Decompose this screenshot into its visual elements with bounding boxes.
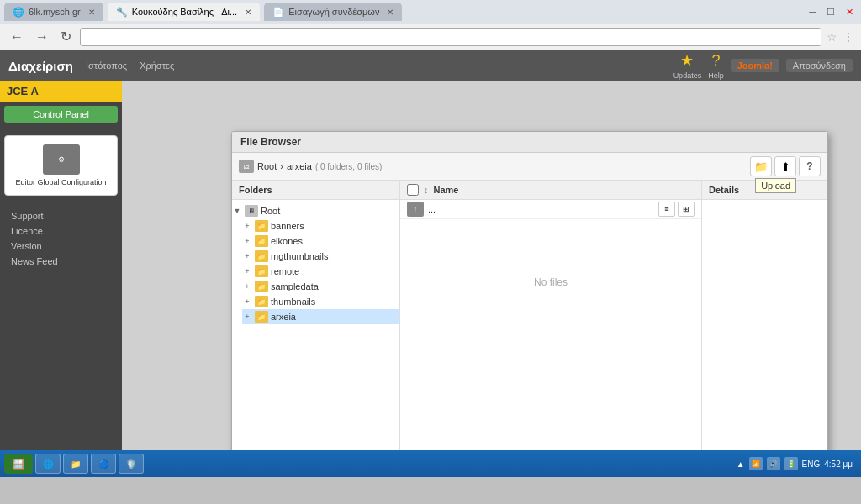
folders-panel: Folders ▼ 🖥 Root: [232, 181, 400, 477]
tab-favicon: 📄: [272, 7, 284, 18]
sidebar-newsfeed[interactable]: News Feed: [4, 254, 118, 269]
battery-icon: 🔋: [784, 457, 798, 470]
remote-label: remote: [271, 266, 299, 276]
tab-6lk[interactable]: 🌐 6lk.mysch.gr ✕: [4, 3, 103, 21]
joomla-nav: Ιστότοπος Χρήστες: [86, 60, 174, 71]
details-content: [702, 200, 827, 213]
folder-banners[interactable]: + 📁 banners: [242, 218, 399, 234]
dialog-body: Folders ▼ 🖥 Root: [232, 181, 827, 477]
taskbar-chrome[interactable]: 🔵: [91, 454, 116, 474]
minimize-btn[interactable]: ─: [806, 5, 819, 19]
folder-eikones[interactable]: + 📁 eikones: [242, 234, 399, 249]
sidebar-support[interactable]: Support: [4, 208, 118, 223]
joomla-header-right: ★ Updates ? Help Joomla! Αποσύνδεση: [673, 51, 853, 80]
folder-remote[interactable]: + 📁 remote: [242, 264, 399, 279]
bookmark-star[interactable]: ☆: [827, 30, 837, 44]
control-panel-btn[interactable]: Control Panel: [4, 106, 118, 123]
jce-config-icon[interactable]: ⚙: [43, 144, 80, 175]
tab-links[interactable]: 📄 Εισαγωγή συνδέσμων ✕: [264, 3, 402, 21]
toggle-icon: ▼: [232, 207, 242, 215]
sidebar-licence[interactable]: Licence: [4, 223, 118, 239]
files-name-header: Name: [434, 185, 459, 195]
tab-close-active-btn[interactable]: ✕: [245, 8, 251, 17]
root-label: Root: [261, 206, 280, 216]
tab-favicon: 🔧: [116, 7, 128, 18]
sidebar-version[interactable]: Version: [4, 239, 118, 254]
joomla-main: JCE A Control Panel ⚙ Editor Global Conf…: [0, 81, 861, 477]
files-nav-row: ↑ ... ≡ ⊞: [400, 200, 701, 219]
jce-config-label: Editor Global Configuration: [15, 178, 106, 186]
files-content-area: No files: [400, 219, 701, 471]
taskbar-explorer[interactable]: 📁: [63, 454, 88, 474]
joomla-top-icon-updates[interactable]: ★ Updates: [673, 51, 702, 80]
files-panel: ↕ Name ↑ ... ≡: [400, 181, 701, 477]
eikones-folder-icon: 📁: [255, 235, 268, 247]
upload-tooltip: Upload: [755, 178, 796, 193]
toggle-icon: +: [242, 237, 252, 245]
breadcrumb-separator: ›: [280, 161, 283, 171]
list-view-btn[interactable]: ≡: [658, 202, 675, 217]
back-btn[interactable]: ←: [7, 28, 27, 46]
taskbar-ie[interactable]: 🌐: [35, 454, 61, 474]
folder-root[interactable]: ▼ 🖥 Root: [232, 203, 399, 218]
files-header-row: ↕ Name: [400, 181, 701, 200]
dialog-title: File Browser: [232, 132, 827, 153]
toggle-icon: +: [242, 312, 252, 321]
joomla-sidebar: JCE A Control Panel ⚙ Editor Global Conf…: [0, 81, 122, 477]
remote-folder-icon: 📁: [255, 265, 268, 277]
menu-icon[interactable]: ⋮: [843, 30, 854, 44]
breadcrumb-area: 🗂 Root › arxeia ( 0 folders, 0 files): [239, 160, 746, 173]
logout-btn[interactable]: Αποσύνδεση: [786, 59, 853, 72]
toggle-icon: +: [242, 297, 252, 306]
thumbnails-folder-icon: 📁: [255, 296, 268, 307]
help-btn[interactable]: ?: [799, 156, 821, 176]
forward-btn[interactable]: →: [32, 28, 52, 46]
help-label: Help: [708, 71, 724, 80]
tab-close-btn[interactable]: ✕: [88, 8, 95, 17]
lang-indicator: ENG: [802, 459, 821, 469]
jce-title-bar: JCE A: [0, 81, 122, 102]
toggle-icon: +: [242, 282, 252, 291]
folder-arxeia[interactable]: + 📁 arxeia: [242, 309, 399, 324]
reload-btn[interactable]: ↻: [57, 27, 75, 46]
maximize-btn[interactable]: ☐: [823, 5, 838, 19]
select-all-checkbox[interactable]: [407, 184, 419, 196]
jce-title: JCE A: [7, 85, 39, 97]
folder-thumbnails[interactable]: + 📁 thumbnails: [242, 294, 399, 309]
mgthumbnails-label: mgthumbnails: [271, 251, 328, 261]
sampledata-label: sampledata: [271, 281, 319, 291]
tab-favicon: 🌐: [13, 7, 24, 18]
tab-close-links-btn[interactable]: ✕: [387, 8, 394, 17]
thumbnails-label: thumbnails: [271, 297, 315, 307]
toggle-icon: +: [242, 252, 252, 260]
folder-sampledata[interactable]: + 📁 sampledata: [242, 279, 399, 294]
address-bar[interactable]: users.sch.gr/kouvas/administrator/index.…: [80, 28, 821, 46]
eikones-label: eikones: [271, 236, 303, 246]
joomla-logo-badge: Joomla!: [731, 59, 779, 72]
breadcrumb-root[interactable]: Root: [257, 161, 277, 171]
grid-view-btn[interactable]: ⊞: [678, 202, 695, 217]
sampledata-folder-icon: 📁: [255, 281, 268, 292]
joomla-top-icon-help[interactable]: ? Help: [708, 52, 724, 80]
help-icon: ?: [806, 160, 812, 172]
tab-bar: 🌐 6lk.mysch.gr ✕ 🔧 Κουκούδης Βασίλης - Δ…: [0, 0, 861, 24]
new-folder-icon: 📁: [754, 160, 768, 173]
parent-nav-label[interactable]: ...: [428, 204, 436, 214]
upload-btn[interactable]: ⬆: [774, 156, 796, 176]
start-button[interactable]: 🪟: [4, 454, 33, 474]
network-icon: 📶: [749, 457, 763, 470]
tab-admin[interactable]: 🔧 Κουκούδης Βασίλης - Δι... ✕: [108, 3, 260, 21]
toolbar-buttons: 📁 ⬆ Upload: [750, 156, 821, 176]
folder-mgthumbnails[interactable]: + 📁 mgthumbnails: [242, 249, 399, 264]
taskbar-antivirus[interactable]: 🛡️: [119, 454, 144, 474]
new-folder-btn[interactable]: 📁: [750, 156, 772, 176]
arxeia-folder-icon: 📁: [255, 311, 268, 323]
banners-folder-icon: 📁: [255, 220, 268, 232]
tab-label: 6lk.mysch.gr: [29, 7, 81, 17]
nav-users[interactable]: Χρήστες: [140, 60, 174, 71]
nav-site[interactable]: Ιστότοπος: [86, 60, 127, 71]
close-btn[interactable]: ✕: [843, 5, 857, 19]
arxeia-label: arxeia: [271, 312, 296, 322]
parent-folder-icon: ↑: [407, 202, 424, 217]
breadcrumb-icon: 🗂: [239, 160, 254, 173]
